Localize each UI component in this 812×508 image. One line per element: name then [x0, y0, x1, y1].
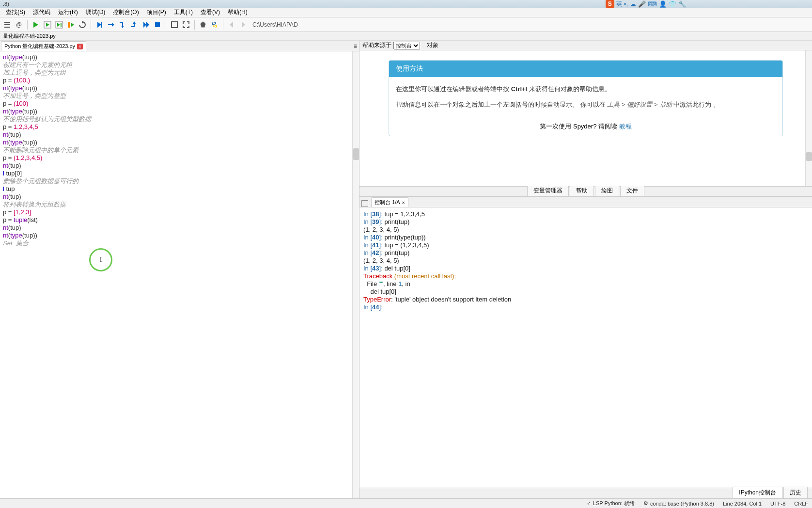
forward-button[interactable] — [238, 19, 249, 30]
menu-run[interactable]: 运行(R) — [54, 7, 82, 17]
toolbar-separator — [223, 20, 223, 30]
help-source-label: 帮助来源于 — [362, 41, 391, 49]
help-card-footer: 第一次使用 Spyder? 请阅读 教程 — [389, 117, 782, 136]
editor-options-icon[interactable]: ≡ — [354, 43, 357, 49]
svg-marker-17 — [133, 21, 136, 24]
menu-tools[interactable]: 工具(T) — [170, 7, 197, 17]
tab-help[interactable]: 帮助 — [570, 185, 594, 196]
tab-variables[interactable]: 变量管理器 — [527, 185, 569, 196]
svg-rect-14 — [108, 24, 112, 25]
close-icon[interactable]: × — [77, 44, 83, 49]
stop-button[interactable] — [152, 19, 163, 30]
svg-marker-10 — [71, 23, 74, 27]
preferences-button[interactable] — [198, 19, 208, 30]
breadcrumb: 量化编程基础-2023.py — [0, 32, 812, 41]
tab-ipython[interactable]: IPython控制台 — [733, 487, 782, 498]
debug-button[interactable] — [94, 19, 105, 30]
ime-user-icon[interactable]: 👤 — [659, 0, 667, 8]
menu-help[interactable]: 帮助(H) — [224, 7, 251, 17]
ipython-console[interactable]: In [38]: tup = 1,2,3,4,5In [39]: print(t… — [359, 207, 812, 488]
maximize-button[interactable] — [169, 19, 180, 30]
breadcrumb-file[interactable]: 量化编程基础-2023.py — [3, 32, 56, 40]
editor-tab-label: Python 量化编程基础-2023.py — [4, 43, 75, 50]
fullscreen-button[interactable] — [181, 19, 191, 30]
close-icon[interactable]: × — [402, 200, 405, 206]
continue-button[interactable] — [141, 19, 151, 30]
svg-marker-23 — [242, 22, 245, 28]
editor-scrollbar[interactable] — [352, 51, 359, 498]
status-position: Line 2084, Col 1 — [723, 501, 762, 507]
help-header: 帮助来源于 控制台 对象 — [359, 41, 812, 50]
menu-find[interactable]: 查找(S) — [2, 7, 29, 17]
cursor-indicator — [89, 248, 112, 271]
back-button[interactable] — [226, 19, 237, 30]
svg-marker-15 — [112, 23, 114, 27]
at-button[interactable]: @ — [14, 19, 24, 30]
help-source-select[interactable]: 控制台 — [393, 42, 420, 49]
right-pane: 帮助来源于 控制台 对象 使用方法 在这里你可以通过在编辑器或者终端中按 Ctr… — [359, 41, 812, 498]
tab-history[interactable]: 历史 — [783, 487, 808, 498]
svg-rect-20 — [155, 22, 160, 27]
run-selection-button[interactable] — [65, 19, 76, 30]
python-path-button[interactable] — [209, 19, 220, 30]
rerun-button[interactable] — [77, 19, 88, 30]
code-editor[interactable]: nt(type(tup))创建只有一个元素的元组加上逗号，类型为元组p = (1… — [0, 51, 359, 498]
window-titlebar: .8) S 英 •, ☁ 🎤 ⌨ 👤 👕 🔧 — [0, 0, 812, 8]
help-object-label: 对象 — [427, 41, 438, 49]
svg-marker-3 — [33, 22, 38, 28]
tab-plots[interactable]: 绘图 — [595, 185, 619, 196]
ime-badge-icon[interactable]: S — [606, 0, 614, 8]
svg-marker-22 — [230, 22, 233, 28]
help-card-title: 使用方法 — [389, 61, 782, 77]
working-dir-path[interactable]: C:\Users\HIAPAD — [252, 21, 298, 28]
svg-rect-8 — [61, 23, 62, 27]
svg-rect-1 — [4, 24, 10, 25]
ime-mic-icon[interactable]: 🎤 — [638, 0, 646, 8]
statusbar: ✓ LSP Python: 就绪 ⚙ conda: base (Python 3… — [0, 498, 812, 508]
ime-tool-icon[interactable]: 🔧 — [678, 0, 686, 8]
run-button[interactable] — [31, 19, 41, 30]
svg-marker-5 — [46, 23, 49, 27]
svg-marker-7 — [57, 23, 60, 27]
tab-files[interactable]: 文件 — [620, 185, 644, 196]
run-cell-button[interactable] — [42, 19, 53, 30]
menu-view[interactable]: 查看(V) — [197, 7, 224, 17]
console-window-icon[interactable] — [361, 200, 368, 207]
ime-toolbar: S 英 •, ☁ 🎤 ⌨ 👤 👕 🔧 — [606, 0, 686, 8]
menu-project[interactable]: 项目(P) — [143, 7, 170, 17]
status-lsp[interactable]: ✓ LSP Python: 就绪 — [587, 500, 635, 507]
step-into-button[interactable] — [117, 19, 128, 30]
svg-rect-2 — [4, 27, 10, 28]
ime-skin-icon[interactable]: 👕 — [669, 0, 676, 8]
outline-button[interactable] — [2, 19, 13, 30]
ime-keyboard-icon[interactable]: ⌨ — [648, 0, 657, 8]
editor-tab-active[interactable]: Python 量化编程基础-2023.py × — [1, 41, 86, 51]
step-out-button[interactable] — [129, 19, 140, 30]
help-panel: 使用方法 在这里你可以通过在编辑器或者终端中按 Ctrl+I 来获得任何对象的帮… — [359, 50, 812, 186]
title-text: .8) — [3, 1, 9, 7]
menu-source[interactable]: 源代码 — [29, 7, 54, 17]
help-scrollbar[interactable] — [805, 50, 812, 186]
status-conda[interactable]: ⚙ conda: base (Python 3.8.8) — [643, 500, 714, 507]
right-pane-tabs: 变量管理器 帮助 绘图 文件 — [359, 186, 812, 197]
run-cell-advance-button[interactable] — [54, 19, 64, 30]
ime-cloud-icon[interactable]: ☁ — [630, 0, 636, 8]
menu-debug[interactable]: 调试(D) — [82, 7, 109, 17]
console-pane: 控制台 1/A × In [38]: tup = 1,2,3,4,5In [39… — [359, 197, 812, 498]
status-encoding: UTF-8 — [770, 501, 785, 507]
step-button[interactable] — [106, 19, 116, 30]
ime-punct-icon[interactable]: •, — [624, 0, 628, 8]
toolbar-separator — [91, 20, 91, 30]
tutorial-link[interactable]: 教程 — [619, 123, 632, 130]
toolbar-separator — [194, 20, 195, 30]
help-card-body: 在这里你可以通过在编辑器或者终端中按 Ctrl+I 来获得任何对象的帮助信息。 … — [389, 77, 782, 117]
ime-language[interactable]: 英 — [616, 0, 622, 8]
console-tab-active[interactable]: 控制台 1/A × — [371, 197, 408, 207]
console-tabs: 控制台 1/A × — [359, 197, 812, 207]
toolbar-separator — [27, 20, 28, 30]
svg-rect-21 — [172, 22, 177, 28]
menu-console[interactable]: 控制台(O) — [109, 7, 142, 17]
svg-marker-18 — [143, 22, 146, 28]
svg-marker-19 — [146, 22, 149, 28]
editor-tabs: Python 量化编程基础-2023.py × ≡ — [0, 41, 359, 51]
